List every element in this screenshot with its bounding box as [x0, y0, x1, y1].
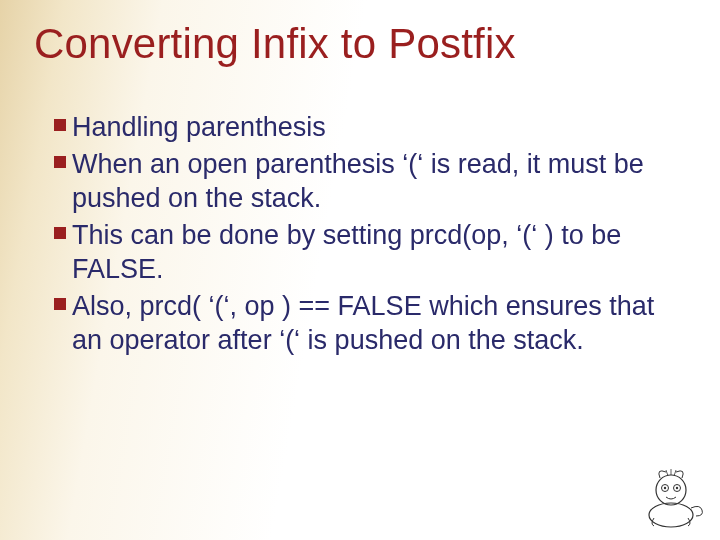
svg-point-0	[649, 503, 693, 527]
slide: Converting Infix to Postfix Handling par…	[0, 0, 720, 540]
slide-title: Converting Infix to Postfix	[34, 20, 686, 68]
bullet-text: This can be done by setting prcd(op, ‘(‘…	[72, 220, 621, 285]
bullet-text: Also, prcd( ‘(‘, op ) == FALSE which ens…	[72, 291, 654, 356]
bullet-item: Handling parenthesis	[54, 110, 670, 145]
svg-point-1	[656, 475, 686, 505]
svg-point-5	[676, 487, 678, 489]
bullet-item: Also, prcd( ‘(‘, op ) == FALSE which ens…	[54, 289, 670, 358]
slide-body: Handling parenthesis When an open parent…	[54, 110, 670, 360]
bullet-text: Handling parenthesis	[72, 112, 326, 142]
bullet-item: This can be done by setting prcd(op, ‘(‘…	[54, 218, 670, 287]
bullet-text: When an open parenthesis ‘(‘ is read, it…	[72, 149, 644, 214]
mascot-logo-icon	[636, 460, 706, 530]
svg-point-4	[664, 487, 666, 489]
bullet-item: When an open parenthesis ‘(‘ is read, it…	[54, 147, 670, 216]
